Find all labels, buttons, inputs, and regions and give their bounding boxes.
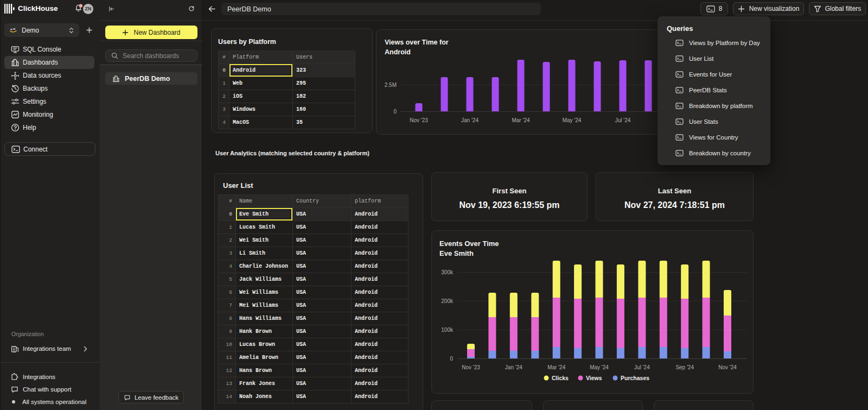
svg-text:Jul '24: Jul '24 bbox=[615, 117, 631, 123]
svg-text:Mar '24: Mar '24 bbox=[547, 364, 565, 370]
svg-text:May '24: May '24 bbox=[590, 364, 609, 370]
svg-text:Nov '23: Nov '23 bbox=[462, 364, 480, 370]
svg-text:100k: 100k bbox=[441, 327, 454, 333]
svg-text:Jan '24: Jan '24 bbox=[505, 364, 522, 370]
svg-text:0: 0 bbox=[450, 356, 453, 362]
svg-text:Mar '24: Mar '24 bbox=[512, 117, 529, 123]
svg-text:Views: Views bbox=[586, 375, 602, 381]
svg-text:Jan '24: Jan '24 bbox=[461, 117, 478, 123]
svg-text:Nov '23: Nov '23 bbox=[410, 117, 428, 123]
svg-text:Purchases: Purchases bbox=[621, 375, 649, 381]
svg-text:300k: 300k bbox=[441, 269, 454, 275]
svg-text:May '24: May '24 bbox=[563, 117, 582, 123]
svg-text:Nov '24: Nov '24 bbox=[718, 364, 737, 370]
svg-text:0: 0 bbox=[393, 109, 397, 115]
svg-text:200k: 200k bbox=[441, 298, 454, 304]
svg-text:Sep '24: Sep '24 bbox=[675, 364, 694, 370]
svg-text:Jul '24: Jul '24 bbox=[634, 364, 650, 370]
svg-text:Clicks: Clicks bbox=[552, 375, 569, 381]
svg-text:2.5M: 2.5M bbox=[385, 82, 397, 88]
